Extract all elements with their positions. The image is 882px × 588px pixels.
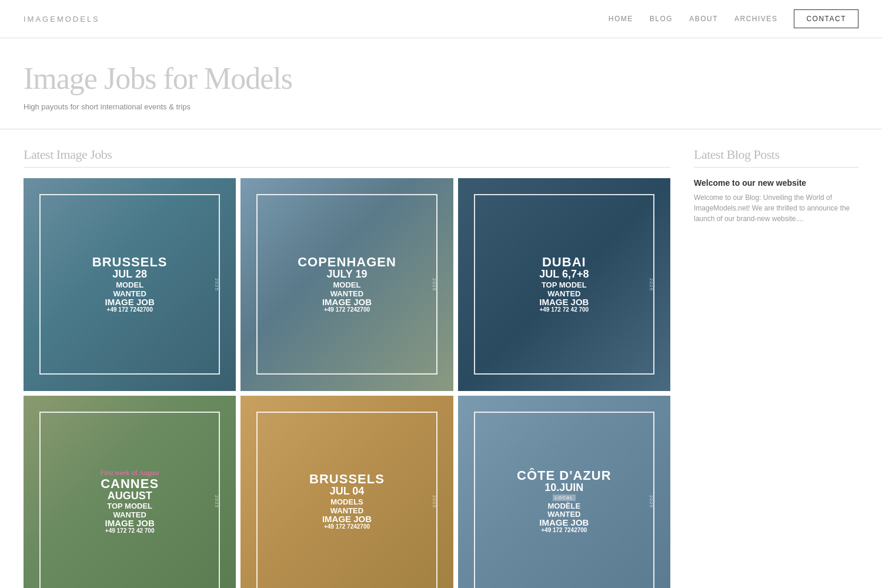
job-phone: +49 172 7242700: [107, 306, 153, 313]
blog-post-excerpt: Welcome to our Blog: Unveiling the World…: [694, 192, 858, 224]
job-year: 2025: [432, 495, 437, 508]
job-phone: +49 172 7242700: [324, 523, 370, 530]
job-card[interactable]: 2025CÔTE D'AZUR10.JUINLOCALMODÈLEWANTEDI…: [458, 396, 670, 588]
blog-post-title[interactable]: Welcome to our new website: [694, 178, 858, 188]
job-card-inner: 2025DUBAIJUL 6,7+8TOP MODELWANTEDIMAGE J…: [474, 194, 654, 375]
job-year: 2025: [215, 278, 220, 291]
job-label: IMAGE JOB: [539, 518, 589, 527]
job-card-overlay: 2025CÔTE D'AZUR10.JUINLOCALMODÈLEWANTEDI…: [458, 396, 670, 588]
job-year: 2025: [432, 278, 437, 291]
job-phone: +49 172 72 42 700: [539, 306, 589, 313]
job-wanted: WANTED: [113, 290, 146, 298]
jobs-grid: 2025BRUSSELSJUL 28MODELWANTEDIMAGE JOB+4…: [24, 178, 670, 588]
job-label: IMAGE JOB: [539, 298, 589, 306]
nav-links: HOME BLOG ABOUT ARCHIVES CONTACT: [609, 9, 858, 28]
job-city: BRUSSELS: [309, 473, 385, 486]
job-card-inner: 2025CÔTE D'AZUR10.JUINLOCALMODÈLEWANTEDI…: [474, 412, 654, 588]
job-local-tag: LOCAL: [553, 495, 576, 501]
job-wanted: WANTED: [547, 290, 580, 298]
job-date: AUGUST: [108, 490, 152, 502]
job-year: 2025: [215, 495, 220, 508]
job-card-overlay: 2025BRUSSELSJUL 04MODELSWANTEDIMAGE JOB+…: [240, 396, 453, 588]
job-date: JUL 6,7+8: [539, 269, 589, 280]
job-label: IMAGE JOB: [322, 298, 372, 306]
blog-posts-container: Welcome to our new website Welcome to ou…: [694, 178, 858, 224]
nav-archives-link[interactable]: ARCHIVES: [734, 15, 777, 23]
job-phone: +49 172 7242700: [541, 527, 587, 534]
blog-section-title: Latest Blog Posts: [694, 147, 858, 168]
job-type: MODEL: [333, 280, 361, 290]
job-city: CÔTE D'AZUR: [517, 469, 611, 482]
job-label: IMAGE JOB: [105, 298, 155, 306]
contact-button[interactable]: CONTACT: [794, 9, 858, 28]
job-type: MODELS: [330, 497, 363, 507]
job-card-inner: 2025BRUSSELSJUL 28MODELWANTEDIMAGE JOB+4…: [39, 194, 220, 375]
job-phone: +49 172 7242700: [324, 306, 370, 313]
hero-title: Image Jobs for Models: [24, 62, 858, 95]
blog-post-item: Welcome to our new website Welcome to ou…: [694, 178, 858, 224]
job-card[interactable]: 2025COPENHAGENJULY 19MODELWANTEDIMAGE JO…: [240, 178, 453, 390]
job-label: IMAGE JOB: [105, 519, 155, 527]
nav-home-link[interactable]: HOME: [609, 15, 633, 23]
job-card-inner: 2025BRUSSELSJUL 04MODELSWANTEDIMAGE JOB+…: [256, 412, 437, 588]
job-city: CANNES: [101, 477, 159, 490]
nav-about-link[interactable]: ABOUT: [689, 15, 718, 23]
job-card[interactable]: 2025BRUSSELSJUL 28MODELWANTEDIMAGE JOB+4…: [24, 178, 236, 390]
job-date: JULY 19: [326, 269, 367, 280]
jobs-section-title: Latest Image Jobs: [24, 147, 670, 168]
hero-section: Image Jobs for Models High payouts for s…: [0, 38, 882, 129]
job-year: 2025: [649, 495, 654, 508]
job-card-inner: 2025COPENHAGENJULY 19MODELWANTEDIMAGE JO…: [256, 194, 437, 375]
job-card-overlay: 2025BRUSSELSJUL 28MODELWANTEDIMAGE JOB+4…: [24, 178, 236, 390]
job-card[interactable]: 2025DUBAIJUL 6,7+8TOP MODELWANTEDIMAGE J…: [458, 178, 670, 390]
job-type: TOP MODEL: [542, 280, 587, 290]
job-card-inner: 2025First week of AugustCANNESAUGUSTTOP …: [39, 412, 220, 588]
job-type: MODEL: [116, 280, 143, 290]
job-card-overlay: 2025COPENHAGENJULY 19MODELWANTEDIMAGE JO…: [240, 178, 453, 390]
job-card-overlay: 2025First week of AugustCANNESAUGUSTTOP …: [24, 396, 236, 588]
site-logo[interactable]: IMAGEMODELS: [24, 15, 100, 24]
job-label: IMAGE JOB: [322, 514, 372, 523]
job-date: 10.JUIN: [544, 482, 583, 494]
job-type: TOP MODEL: [107, 502, 152, 511]
navbar: IMAGEMODELS HOME BLOG ABOUT ARCHIVES CON…: [0, 0, 882, 38]
job-year: 2025: [649, 278, 654, 291]
jobs-section: Latest Image Jobs 2025BRUSSELSJUL 28MODE…: [24, 147, 670, 588]
job-card[interactable]: 2025First week of AugustCANNESAUGUSTTOP …: [24, 396, 236, 588]
hero-subtitle: High payouts for short international eve…: [24, 102, 858, 111]
job-wanted: WANTED: [330, 507, 363, 514]
job-city: DUBAI: [542, 256, 586, 269]
job-date: JUL 28: [112, 269, 147, 280]
job-phone: +49 172 72 42 700: [105, 527, 155, 534]
job-card[interactable]: 2025BRUSSELSJUL 04MODELSWANTEDIMAGE JOB+…: [240, 396, 453, 588]
job-card-overlay: 2025DUBAIJUL 6,7+8TOP MODELWANTEDIMAGE J…: [458, 178, 670, 390]
job-city: BRUSSELS: [92, 256, 168, 269]
main-content: Latest Image Jobs 2025BRUSSELSJUL 28MODE…: [0, 129, 882, 588]
blog-section: Latest Blog Posts Welcome to our new web…: [694, 147, 858, 588]
job-type: MODÈLE: [548, 502, 581, 511]
job-wanted: WANTED: [330, 290, 363, 298]
job-date: JUL 04: [330, 486, 365, 497]
job-city: COPENHAGEN: [298, 256, 396, 269]
nav-blog-link[interactable]: BLOG: [650, 15, 673, 23]
